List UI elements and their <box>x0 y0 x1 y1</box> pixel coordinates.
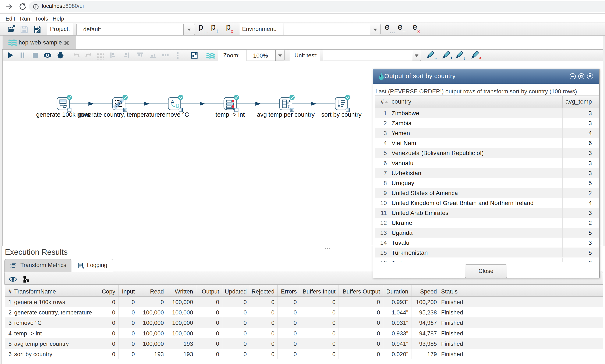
svg-text:avg temp per country: avg temp per country <box>257 111 315 118</box>
svg-text:Log: Log <box>81 267 84 269</box>
svg-text:1: 1 <box>10 262 12 265</box>
svg-text:2: 2 <box>10 265 12 268</box>
svg-text:...: ... <box>434 55 437 60</box>
svg-text:A: A <box>171 99 175 105</box>
svg-text:temp -> int: temp -> int <box>216 111 245 118</box>
svg-text:B: B <box>176 103 179 109</box>
svg-text:x: x <box>479 55 481 60</box>
svg-text:generate country, temperature: generate country, temperature <box>78 111 160 118</box>
svg-text:+: + <box>450 55 453 60</box>
svg-text:remove °C: remove °C <box>160 111 189 118</box>
svg-text:Σ: Σ <box>288 104 290 109</box>
svg-text:sort by country: sort by country <box>321 111 362 118</box>
svg-text:↓: ↓ <box>463 55 466 60</box>
